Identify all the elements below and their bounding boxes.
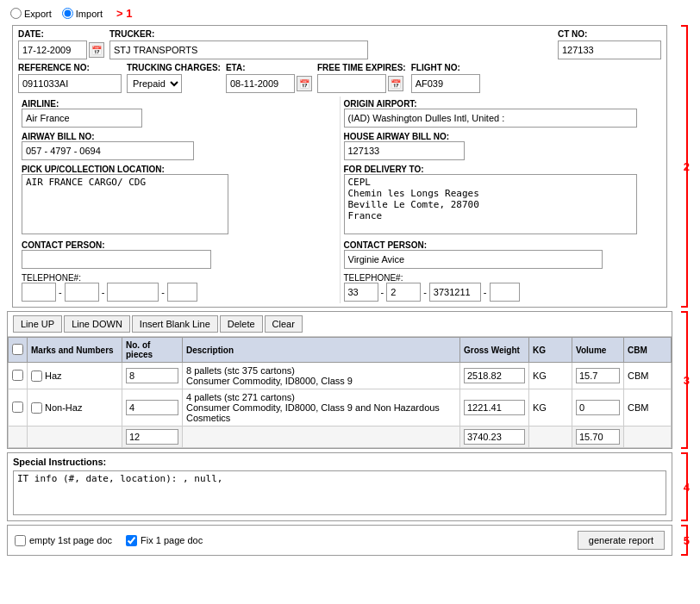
origin-airport-label: ORIGIN AIRPORT: [344,99,417,109]
refno-input[interactable] [18,74,122,93]
select-all-checkbox[interactable] [12,344,23,355]
row-awb-hawb: AIRWAY BILL NO: HOUSE AIRWAY BILL NO: [18,129,661,162]
special-instructions-textarea[interactable]: IT info (#, date, location): , null, [13,470,666,515]
tel-right-3[interactable] [429,283,481,302]
trucking-charges-select[interactable]: Prepaid Collect [127,74,182,93]
th-volume: Volume [572,338,624,363]
hawb-col: HOUSE AIRWAY BILL NO: [341,129,662,162]
tel-right-2[interactable] [386,283,421,302]
generate-report-btn[interactable]: generate report [578,531,665,550]
tel-left-3[interactable] [107,283,159,302]
trucker-label: Trucker: [109,29,553,39]
row2-volume-input[interactable] [576,400,620,415]
summary-pieces-input[interactable] [126,429,178,445]
summary-pieces-cell [122,427,183,448]
table-row: Non-Haz 4 pallets (stc 271 cartons)Consu… [9,389,672,427]
row1-kg-cell: KG [529,363,572,389]
freetime-group: FREE TIME EXPIRES: 📅 [317,63,406,93]
freetime-input[interactable] [317,74,386,93]
tel-left-1[interactable] [22,283,56,302]
import-radio[interactable]: Import [62,8,103,19]
tel-left-2[interactable] [65,283,99,302]
row1-volume-input[interactable] [576,368,620,383]
clear-btn[interactable]: Clear [265,315,303,333]
phone-sep-2: - [101,287,106,297]
delivery-textarea[interactable]: CEPL Chemin les Longs Reages Beville Le … [344,174,637,234]
empty-page-check-label[interactable]: empty 1st page doc [15,535,112,546]
empty-page-label: empty 1st page doc [29,535,112,545]
ctno-label: CT NO: [558,29,661,39]
eta-input[interactable] [226,74,295,93]
export-radio-input[interactable] [10,8,22,19]
eta-calendar-btn[interactable]: 📅 [297,76,312,91]
trucking-charges-group: TRUCKING CHARGES: Prepaid Collect [127,63,221,93]
section-number-5: 5 [684,534,690,547]
section-number-4: 4 [684,481,690,494]
freetime-calendar-btn[interactable]: 📅 [388,76,403,91]
row1-haz-cell: Haz [28,363,122,389]
phone-right-row: - - - [344,283,659,302]
tel-right-col: Telephone#: - - - [341,271,662,303]
trucker-group: Trucker: [109,29,553,59]
section-number-2: 2 [684,160,690,173]
contact-left-input[interactable] [22,250,211,269]
eta-group: ETA: 📅 [226,63,312,93]
origin-airport-input[interactable] [344,109,637,128]
trucker-input[interactable] [109,40,368,59]
row2-weight-input[interactable] [464,400,525,415]
flightno-group: FLIGHT NO: [411,63,480,93]
tel-left-4[interactable] [167,283,197,302]
contact-right-col: CONTACT PERSON: [341,238,662,271]
summary-empty-4 [529,427,572,448]
fix-page-check-label[interactable]: Fix 1 page doc [126,535,203,546]
date-input[interactable] [18,40,87,59]
special-instructions-label: Special Instructions: [13,457,666,467]
row2-checkbox[interactable] [12,402,23,413]
row-contacts: CONTACT PERSON: CONTACT PERSON: [18,238,661,271]
delivery-col: FOR DELIVERY TO: CEPL Chemin les Longs R… [341,162,662,238]
row2-haz-checkbox[interactable] [31,402,42,414]
row1-weight-input[interactable] [464,368,525,383]
step-indicator: > 1 [116,7,132,20]
date-label: DATE: [18,29,104,39]
trucking-label: TRUCKING CHARGES: [127,63,221,72]
section-number-3: 3 [684,374,690,387]
row1-checkbox[interactable] [12,370,23,381]
airline-label: AIRLINE: [22,99,59,109]
line-down-btn[interactable]: Line DOWN [64,315,130,333]
delete-btn[interactable]: Delete [220,315,263,333]
import-radio-input[interactable] [62,8,73,19]
summary-empty-1 [9,427,28,448]
contact-right-input[interactable] [344,250,603,269]
summary-volume-input[interactable] [576,429,620,445]
row2-pieces-input[interactable] [126,400,178,415]
line-up-btn[interactable]: Line UP [13,315,62,333]
hawb-input[interactable] [344,141,465,160]
top-bar: Export Import > 1 [3,3,693,23]
tel-right-1[interactable] [344,283,378,302]
summary-weight-input[interactable] [464,429,525,445]
table-header-row: Marks and Numbers No. of pieces Descript… [9,338,672,363]
row1-kg-label: KG [533,370,547,381]
date-calendar-btn[interactable]: 📅 [89,42,104,58]
tel-right-4[interactable] [490,283,520,302]
ctno-input[interactable] [558,40,661,59]
row-telephones: Telephone#: - - - Telephone#: [18,271,661,303]
row-airline-origin: AIRLINE: ORIGIN AIRPORT: [18,97,661,129]
flightno-input[interactable] [411,74,480,93]
refno-group: REFERENCE NO: [18,63,122,93]
row1-haz-checkbox[interactable] [31,370,42,382]
flightno-label: FLIGHT NO: [411,63,480,72]
pickup-textarea[interactable]: AIR FRANCE CARGO/ CDG [22,174,228,234]
row1-pieces-input[interactable] [126,368,178,383]
empty-page-checkbox[interactable] [15,535,26,546]
insert-blank-btn[interactable]: Insert Blank Line [132,315,218,333]
airline-input[interactable] [22,109,142,128]
tel-left-label: Telephone#: [22,273,81,283]
awb-col: AIRWAY BILL NO: [18,129,341,162]
awb-input[interactable] [22,141,194,160]
fix-page-checkbox[interactable] [126,535,137,546]
export-radio[interactable]: Export [10,8,52,19]
row2-desc-cell: 4 pallets (stc 271 cartons)Consumer Comm… [183,389,460,427]
phone-sep-1: - [58,287,63,297]
